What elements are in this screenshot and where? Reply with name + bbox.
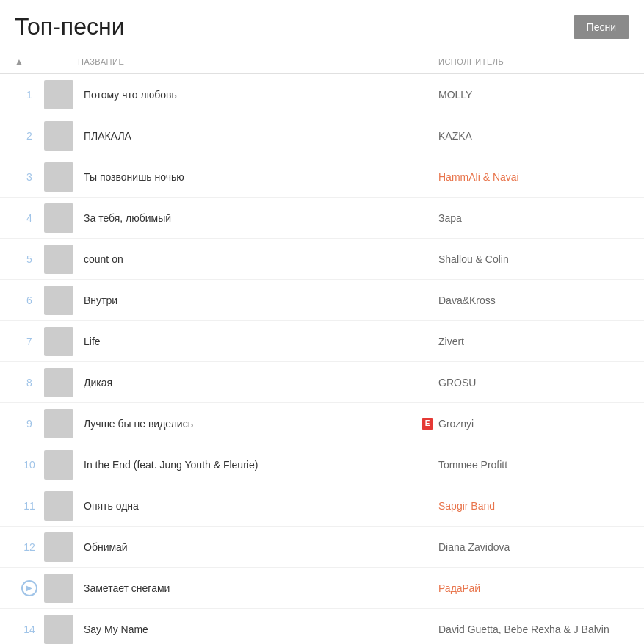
track-rank: 14 — [15, 623, 44, 635]
track-title: count on — [84, 253, 416, 265]
track-rank: 8 — [15, 377, 44, 388]
track-row[interactable]: 14Say My NameDavid Guetta, Bebe Rexha & … — [0, 609, 644, 644]
track-thumbnail — [44, 245, 78, 274]
track-title: ПЛАКАЛА — [84, 130, 416, 142]
track-title: In the End (feat. Jung Youth & Fleurie) — [84, 459, 416, 471]
track-artist: KAZKA — [438, 130, 629, 142]
track-artist: Tommee Profitt — [438, 459, 629, 471]
track-row[interactable]: 8ДикаяGROSU — [0, 362, 644, 403]
track-row[interactable]: 4За тебя, любимыйЗара — [0, 198, 644, 239]
track-rank: 1 — [15, 89, 44, 101]
track-row[interactable]: 3Ты позвонишь ночьюHammAli & Navai — [0, 156, 644, 198]
track-thumbnail — [44, 615, 78, 644]
track-artist: Зара — [438, 212, 629, 224]
track-thumbnail — [44, 368, 78, 397]
track-title: Опять одна — [84, 500, 416, 512]
track-artist: Groznyi — [438, 418, 629, 430]
col-artist-header: ИСПОЛНИТЕЛЬ — [438, 54, 629, 68]
track-thumbnail — [44, 491, 78, 521]
track-thumbnail — [44, 80, 78, 109]
track-rank: ▶ — [15, 580, 44, 596]
track-artist[interactable]: РадаРай — [438, 582, 629, 594]
track-title: За тебя, любимый — [84, 212, 416, 224]
track-rank: 3 — [15, 171, 44, 183]
track-thumbnail — [44, 121, 78, 151]
track-title: Ты позвонишь ночью — [84, 171, 416, 183]
track-rank: 4 — [15, 212, 44, 224]
track-thumbnail — [44, 203, 78, 233]
track-rank: 5 — [15, 253, 44, 265]
track-thumbnail — [44, 574, 78, 603]
table-header: ▲ НАЗВАНИЕ ИСПОЛНИТЕЛЬ — [0, 48, 644, 74]
track-row[interactable]: 10In the End (feat. Jung Youth & Fleurie… — [0, 444, 644, 485]
page-title: Топ-песни — [15, 13, 125, 40]
track-thumbnail — [44, 327, 78, 356]
track-artist[interactable]: Sapgir Band — [438, 500, 629, 512]
track-rank: 11 — [15, 500, 44, 512]
track-artist: MOLLY — [438, 89, 629, 101]
track-thumbnail — [44, 409, 78, 438]
track-row[interactable]: 2ПЛАКАЛАKAZKA — [0, 115, 644, 156]
track-row[interactable]: 9Лучше бы не виделисьEGroznyi — [0, 403, 644, 444]
track-row[interactable]: 1Потому что любовьMOLLY — [0, 74, 644, 115]
track-thumbnail — [44, 162, 78, 192]
track-rank: 9 — [15, 418, 44, 430]
track-rank: 10 — [15, 459, 44, 471]
track-artist: GROSU — [438, 377, 629, 388]
track-rank: 2 — [15, 130, 44, 142]
track-row[interactable]: 5count onShallou & Colin — [0, 239, 644, 280]
track-artist: David Guetta, Bebe Rexha & J Balvin — [438, 623, 629, 635]
track-thumbnail — [44, 286, 78, 315]
track-rank: 12 — [15, 541, 44, 553]
page-header: Топ-песни Песни — [0, 0, 644, 48]
track-row[interactable]: 6ВнутриDava&Kross — [0, 280, 644, 321]
track-artist[interactable]: HammAli & Navai — [438, 171, 629, 183]
track-row[interactable]: 12ОбнимайDiana Zavidova — [0, 527, 644, 568]
play-icon[interactable]: ▶ — [21, 580, 37, 596]
track-title: Обнимай — [84, 541, 416, 553]
explicit-cell: E — [416, 418, 438, 430]
col-title-header: НАЗВАНИЕ — [78, 54, 416, 68]
track-title: Лучше бы не виделись — [84, 418, 416, 430]
track-title: Say My Name — [84, 623, 416, 635]
track-rank: 6 — [15, 294, 44, 306]
track-rank: 7 — [15, 336, 44, 347]
explicit-badge: E — [422, 418, 433, 430]
track-title: Заметает снегами — [84, 582, 416, 594]
track-row[interactable]: ▶Заметает снегамиРадаРай — [0, 568, 644, 609]
track-artist: Zivert — [438, 336, 629, 347]
sort-icon[interactable]: ▲ — [15, 54, 44, 68]
track-title: Потому что любовь — [84, 89, 416, 101]
track-row[interactable]: 11Опять однаSapgir Band — [0, 485, 644, 527]
track-artist: Diana Zavidova — [438, 541, 629, 553]
track-title: Внутри — [84, 294, 416, 306]
track-row[interactable]: 7LifeZivert — [0, 321, 644, 362]
track-artist: Dava&Kross — [438, 294, 629, 306]
track-thumbnail — [44, 450, 78, 480]
track-title: Дикая — [84, 377, 416, 388]
track-list: 1Потому что любовьMOLLY2ПЛАКАЛАKAZKA3Ты … — [0, 74, 644, 644]
track-title: Life — [84, 336, 416, 347]
track-artist: Shallou & Colin — [438, 253, 629, 265]
songs-button[interactable]: Песни — [574, 15, 629, 39]
track-thumbnail — [44, 532, 78, 562]
